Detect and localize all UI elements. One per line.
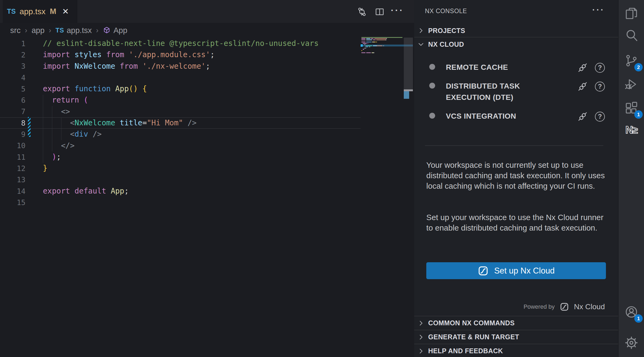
divider	[425, 145, 603, 146]
breadcrumb-item-src[interactable]: src	[10, 26, 21, 35]
more-actions-icon[interactable]: ···	[392, 6, 403, 17]
vscode-window: TS app.tsx M ✕ ···	[0, 0, 644, 357]
status-dot	[429, 83, 435, 89]
git-modified-badge: M	[50, 7, 56, 16]
breadcrumb: src›app›TSapp.tsx›App	[0, 23, 414, 38]
account-icon[interactable]: 1	[623, 303, 640, 320]
chevron-right-icon	[417, 320, 424, 327]
help-icon[interactable]: ?	[595, 82, 605, 92]
bottom-sections: COMMON NX COMMANDSGENERATE & RUN TARGETH…	[414, 316, 618, 357]
code-line-6[interactable]: 6 return (	[0, 94, 361, 106]
code-line-14[interactable]: 14export default App;	[0, 185, 361, 197]
connect-plug-icon[interactable]	[577, 62, 588, 73]
line-number: 2	[0, 51, 25, 59]
code-line-11[interactable]: 11 );	[0, 151, 361, 163]
breadcrumb-label: app	[32, 26, 45, 35]
setup-nx-cloud-button[interactable]: Set up Nx Cloud	[426, 262, 606, 279]
workspace-status-text: Your workspace is not currently set up t…	[426, 160, 606, 191]
badge: 2	[634, 63, 643, 71]
minimap[interactable]	[361, 37, 404, 55]
nx-console-panel: NX CONSOLE ··· PROJECTS NX CLOUD REMOTE …	[414, 0, 618, 357]
nx-cloud-item-vcs-integration[interactable]: VCS INTEGRATION?	[414, 111, 618, 122]
section-common-nx-commands[interactable]: COMMON NX COMMANDS	[414, 316, 618, 330]
editor-actions: ···	[357, 6, 403, 17]
divider	[414, 37, 618, 37]
item-label: VCS INTEGRATION	[446, 111, 564, 122]
connect-plug-icon[interactable]	[577, 111, 588, 122]
status-dot	[429, 64, 435, 70]
extensions-icon[interactable]: 1	[623, 99, 640, 116]
code-line-3[interactable]: 3import NxWelcome from './nx-welcome';	[0, 61, 361, 72]
typescript-file-icon: TS	[55, 27, 64, 34]
code-text: import NxWelcome from './nx-welcome';	[43, 61, 210, 72]
code-text: <NxWelcome title="Hi Mom" />	[43, 117, 197, 129]
code-line-15[interactable]: 15	[0, 197, 361, 208]
open-changes-icon[interactable]	[357, 6, 367, 17]
line-number: 5	[0, 85, 25, 93]
run-debug-icon[interactable]	[623, 76, 640, 93]
overview-ruler-cursor-marker	[404, 89, 413, 91]
tab-app-tsx[interactable]: TS app.tsx M ✕	[3, 0, 77, 23]
close-icon[interactable]: ✕	[62, 8, 69, 16]
line-number: 3	[0, 62, 25, 70]
code-line-2[interactable]: 2import styles from './app.module.css';	[0, 49, 361, 60]
status-dot	[429, 113, 435, 119]
code-line-12[interactable]: 12}	[0, 163, 361, 174]
code-line-1[interactable]: 1// eslint-disable-next-line @typescript…	[0, 38, 361, 49]
split-editor-icon[interactable]	[374, 6, 385, 17]
section-projects[interactable]: PROJECTS	[414, 25, 618, 37]
line-number: 9	[0, 130, 25, 139]
section-label: NX CLOUD	[428, 41, 464, 48]
code-text: // eslint-disable-next-line @typescript-…	[43, 38, 319, 49]
section-help-and-feedback[interactable]: HELP AND FEEDBACK	[414, 344, 618, 357]
explorer-icon[interactable]	[623, 5, 640, 22]
help-icon[interactable]: ?	[595, 63, 605, 73]
item-label: REMOTE CACHE	[446, 62, 564, 73]
section-label: HELP AND FEEDBACK	[428, 347, 503, 355]
code-text: export default App;	[43, 185, 129, 197]
help-icon[interactable]: ?	[595, 112, 605, 122]
editor-scrollbar[interactable]	[404, 38, 413, 90]
breadcrumb-item-app-tsx[interactable]: TSapp.tsx	[55, 26, 92, 35]
section-label: GENERATE & RUN TARGET	[428, 333, 519, 341]
nx-cloud-item-distributed-task-execution-dte-[interactable]: DISTRIBUTED TASK EXECUTION (DTE)?	[414, 81, 618, 103]
code-line-8[interactable]: 8 <NxWelcome title="Hi Mom" />	[0, 117, 361, 129]
code-line-4[interactable]: 4	[0, 72, 361, 83]
powered-by-label: Powered by	[524, 303, 555, 310]
source-control-icon[interactable]: 2	[623, 52, 640, 69]
breadcrumb-label: App	[113, 26, 127, 35]
symbol-module-cube-icon	[103, 26, 111, 34]
section-label: COMMON NX COMMANDS	[428, 319, 515, 327]
line-number: 12	[0, 164, 25, 173]
code-text: }	[43, 163, 47, 174]
activity-bar: 21N≥1	[618, 0, 644, 357]
breadcrumb-separator: ›	[95, 26, 99, 35]
code-line-9[interactable]: 9 <div />	[0, 129, 361, 140]
code-line-10[interactable]: 10 </>	[0, 140, 361, 151]
editor-area: TS app.tsx M ✕ ···	[0, 0, 414, 357]
panel-title: NX CONSOLE	[425, 8, 467, 15]
settings-icon[interactable]	[623, 334, 640, 351]
nx-cloud-item-remote-cache[interactable]: REMOTE CACHE?	[414, 62, 618, 73]
search-icon[interactable]	[623, 27, 640, 44]
code-line-7[interactable]: 7 <>	[0, 106, 361, 117]
panel-more-actions-icon[interactable]: ···	[592, 5, 605, 15]
connect-plug-icon[interactable]	[577, 81, 588, 92]
section-nx-cloud[interactable]: NX CLOUD	[414, 38, 618, 50]
tab-title: app.tsx	[20, 7, 46, 16]
line-number: 10	[0, 141, 25, 150]
line-number: 8	[0, 119, 25, 127]
chevron-right-icon	[417, 27, 424, 34]
indent-guide	[52, 106, 52, 151]
nx-console-icon[interactable]: N≥	[623, 121, 640, 139]
code-lines: 1// eslint-disable-next-line @typescript…	[0, 38, 361, 208]
breadcrumb-item-app[interactable]: app	[32, 26, 45, 35]
setup-hint-text: Set up your workspace to use the Nx Clou…	[426, 212, 606, 233]
chevron-down-icon	[417, 41, 424, 48]
code-line-13[interactable]: 13	[0, 174, 361, 185]
code-line-5[interactable]: 5export function App() {	[0, 83, 361, 94]
powered-by: Powered by Nx Cloud	[524, 302, 605, 312]
gutter-modified-indicator[interactable]	[28, 117, 31, 137]
section-generate-run-target[interactable]: GENERATE & RUN TARGET	[414, 330, 618, 344]
breadcrumb-item-app[interactable]: App	[103, 26, 127, 35]
